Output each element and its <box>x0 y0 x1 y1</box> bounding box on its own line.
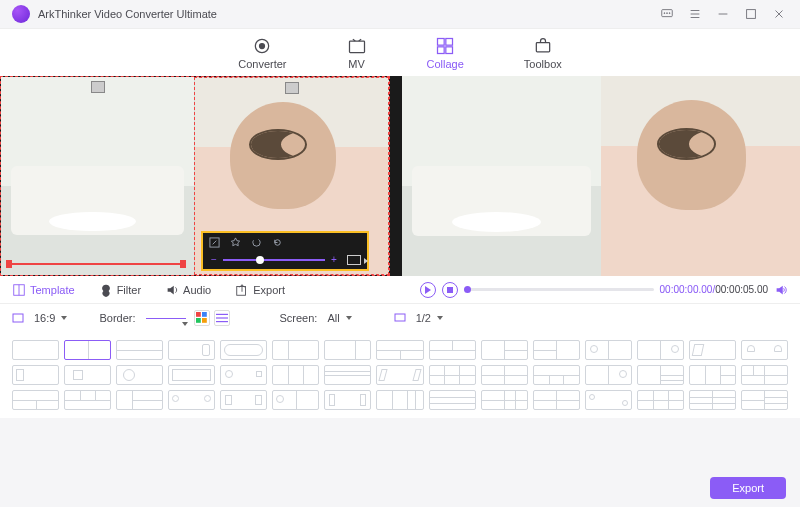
svg-rect-25 <box>196 312 201 317</box>
template-item[interactable] <box>324 365 371 385</box>
collage-editor[interactable]: − + <box>0 76 390 276</box>
maximize-icon[interactable] <box>742 5 760 23</box>
template-item[interactable] <box>64 340 111 360</box>
border-pattern-button[interactable] <box>214 310 230 326</box>
tab-converter[interactable]: Converter <box>238 29 286 76</box>
svg-rect-23 <box>447 287 453 293</box>
template-item[interactable] <box>12 390 59 410</box>
screen-dropdown[interactable]: All <box>321 310 353 326</box>
svg-rect-32 <box>395 314 405 321</box>
subtab-export-label: Export <box>253 284 285 296</box>
tab-collage[interactable]: Collage <box>427 29 464 76</box>
template-item[interactable] <box>429 365 476 385</box>
template-item[interactable] <box>429 340 476 360</box>
output-preview <box>402 76 800 276</box>
svg-point-12 <box>260 43 265 48</box>
svg-rect-16 <box>438 46 445 53</box>
border-color-button[interactable] <box>194 310 210 326</box>
template-item[interactable] <box>116 365 163 385</box>
tab-converter-label: Converter <box>238 58 286 70</box>
border-style-dropdown[interactable] <box>140 316 190 321</box>
minimize-icon[interactable] <box>714 5 732 23</box>
template-item[interactable] <box>429 390 476 410</box>
svg-rect-26 <box>202 312 207 317</box>
template-item[interactable] <box>637 340 684 360</box>
menu-icon[interactable] <box>686 5 704 23</box>
export-button[interactable]: Export <box>710 477 786 499</box>
template-item[interactable] <box>12 365 59 385</box>
template-item[interactable] <box>481 390 528 410</box>
template-item[interactable] <box>116 340 163 360</box>
tab-mv-label: MV <box>348 58 365 70</box>
template-item[interactable] <box>272 365 319 385</box>
stop-button[interactable] <box>442 282 458 298</box>
template-item[interactable] <box>168 390 215 410</box>
preview-cell-left <box>402 76 601 276</box>
svg-point-1 <box>664 13 665 14</box>
template-item[interactable] <box>376 390 423 410</box>
aspect-ratio-dropdown[interactable]: 16:9 <box>12 310 69 326</box>
template-item[interactable] <box>689 365 736 385</box>
rotate-icon[interactable] <box>251 237 262 248</box>
template-item[interactable] <box>272 340 319 360</box>
template-item[interactable] <box>64 365 111 385</box>
template-item[interactable] <box>220 390 267 410</box>
subtab-export[interactable]: Export <box>235 283 285 297</box>
subtab-audio-label: Audio <box>183 284 211 296</box>
template-item[interactable] <box>481 365 528 385</box>
feedback-icon[interactable] <box>658 5 676 23</box>
template-item[interactable] <box>741 365 788 385</box>
edit-icon[interactable] <box>209 237 220 248</box>
tab-toolbox[interactable]: Toolbox <box>524 29 562 76</box>
zoom-out-button[interactable]: − <box>209 254 219 265</box>
template-item[interactable] <box>637 365 684 385</box>
template-item[interactable] <box>376 340 423 360</box>
volume-icon[interactable] <box>774 283 788 297</box>
template-item[interactable] <box>220 340 267 360</box>
footer: Export <box>710 477 786 499</box>
template-item[interactable] <box>689 390 736 410</box>
zoom-in-button[interactable]: + <box>329 254 339 265</box>
tab-mv[interactable]: MV <box>347 29 367 76</box>
template-item[interactable] <box>168 365 215 385</box>
template-item[interactable] <box>689 340 736 360</box>
template-item[interactable] <box>741 390 788 410</box>
template-item[interactable] <box>533 390 580 410</box>
template-item[interactable] <box>585 390 632 410</box>
template-item[interactable] <box>116 390 163 410</box>
play-button[interactable] <box>420 282 436 298</box>
template-item[interactable] <box>585 340 632 360</box>
subtab-template[interactable]: Template <box>12 283 75 297</box>
template-item[interactable] <box>220 365 267 385</box>
template-item[interactable] <box>324 390 371 410</box>
template-item[interactable] <box>637 390 684 410</box>
template-item[interactable] <box>64 390 111 410</box>
trim-marker[interactable] <box>6 263 186 265</box>
template-item[interactable] <box>741 340 788 360</box>
reset-icon[interactable] <box>272 237 283 248</box>
svg-rect-13 <box>349 41 364 53</box>
template-item[interactable] <box>324 340 371 360</box>
svg-rect-27 <box>196 318 201 323</box>
subtab-audio[interactable]: Audio <box>165 283 211 297</box>
template-item[interactable] <box>533 340 580 360</box>
star-icon[interactable] <box>230 237 241 248</box>
svg-rect-18 <box>536 42 549 51</box>
collage-cell-1[interactable] <box>1 77 194 275</box>
progress-bar[interactable] <box>464 288 654 291</box>
template-item[interactable] <box>585 365 632 385</box>
template-item[interactable] <box>168 340 215 360</box>
template-item[interactable] <box>533 365 580 385</box>
subtab-filter[interactable]: Filter <box>99 283 141 297</box>
zoom-slider[interactable] <box>223 259 325 261</box>
close-icon[interactable] <box>770 5 788 23</box>
template-item[interactable] <box>272 390 319 410</box>
template-item[interactable] <box>12 340 59 360</box>
playback-controls: 00:00:00.00/00:00:05.00 <box>420 282 788 298</box>
template-item[interactable] <box>376 365 423 385</box>
svg-point-2 <box>667 13 668 14</box>
template-item[interactable] <box>481 340 528 360</box>
page-group: 1/2 <box>394 310 445 326</box>
fit-mode-dropdown[interactable] <box>347 255 361 265</box>
page-dropdown[interactable]: 1/2 <box>410 310 445 326</box>
